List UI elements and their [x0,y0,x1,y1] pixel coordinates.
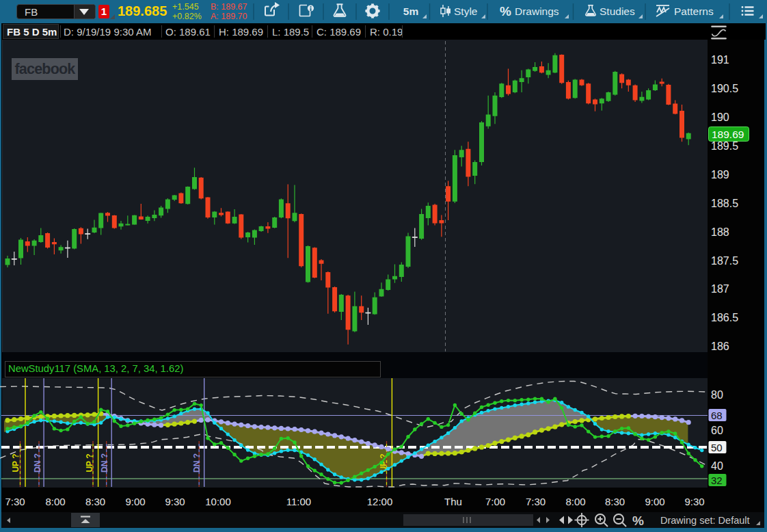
svg-text:9:30: 9:30 [165,496,185,507]
svg-text:9:00: 9:00 [645,496,664,507]
svg-text:80: 80 [711,389,723,401]
svg-text:11:00: 11:00 [286,496,311,507]
svg-text:UP ?: UP ? [11,453,21,472]
svg-text:186.5: 186.5 [711,312,738,323]
svg-text:188: 188 [711,226,729,238]
svg-text:189.5: 189.5 [711,140,738,152]
svg-text:68: 68 [711,410,723,421]
svg-text:Drawing set: Default: Drawing set: Default [660,515,750,526]
svg-text:7:00: 7:00 [485,496,505,507]
svg-text:186: 186 [711,341,729,352]
svg-text:191: 191 [711,54,729,66]
svg-text:190: 190 [711,111,729,123]
svg-text:60: 60 [711,425,723,436]
svg-text:9:00: 9:00 [125,496,145,507]
svg-text:8:30: 8:30 [605,496,625,507]
svg-text:187: 187 [711,283,729,295]
svg-text:189.69: 189.69 [712,129,744,140]
svg-text:10:00: 10:00 [205,496,231,507]
svg-text:DN ?: DN ? [100,453,109,473]
svg-text:Thu: Thu [444,496,462,507]
svg-text:8:00: 8:00 [565,496,585,507]
svg-text:9:30: 9:30 [684,496,704,507]
svg-text:190.5: 190.5 [711,83,738,94]
svg-text:7:30: 7:30 [526,496,546,507]
svg-text:DN ?: DN ? [192,453,202,473]
svg-text:%: % [632,514,644,528]
svg-text:188.5: 188.5 [711,198,738,209]
svg-text:12:00: 12:00 [367,496,393,507]
svg-text:50: 50 [711,442,723,453]
svg-text:40: 40 [711,460,723,472]
svg-text:8:30: 8:30 [85,496,105,507]
svg-text:UP ?: UP ? [85,453,94,472]
svg-text:187.5: 187.5 [711,255,738,267]
svg-text:DN ?: DN ? [33,453,42,473]
svg-text:7:30: 7:30 [5,496,25,507]
svg-text:32: 32 [711,475,723,486]
svg-text:189: 189 [711,169,729,181]
svg-text:8:00: 8:00 [45,496,65,507]
svg-text:facebook: facebook [15,61,76,77]
